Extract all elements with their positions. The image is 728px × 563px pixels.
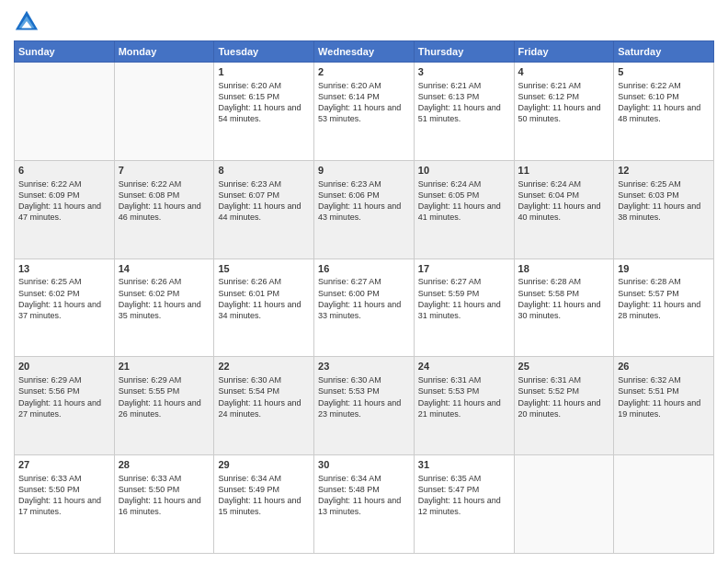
sunset-text: Sunset: 6:02 PM xyxy=(18,289,80,298)
sunset-text: Sunset: 5:52 PM xyxy=(518,386,580,396)
calendar-cell: 21Sunrise: 6:29 AMSunset: 5:55 PMDayligh… xyxy=(114,357,214,455)
calendar-cell: 9Sunrise: 6:23 AMSunset: 6:06 PMDaylight… xyxy=(314,160,415,259)
sunrise-text: Sunrise: 6:31 AM xyxy=(418,375,482,385)
sunset-text: Sunset: 6:10 PM xyxy=(618,92,679,101)
day-number: 6 xyxy=(18,164,110,178)
day-number: 5 xyxy=(618,65,710,79)
sunrise-text: Sunrise: 6:20 AM xyxy=(218,81,281,90)
sunset-text: Sunset: 5:53 PM xyxy=(318,386,380,396)
calendar-cell: 29Sunrise: 6:34 AMSunset: 5:49 PMDayligh… xyxy=(214,455,314,554)
calendar-cell: 6Sunrise: 6:22 AMSunset: 6:09 PMDaylight… xyxy=(15,160,115,259)
daylight-text: Daylight: 11 hours and 41 minutes. xyxy=(418,201,501,222)
day-number: 21 xyxy=(119,360,210,373)
sunrise-text: Sunrise: 6:33 AM xyxy=(119,474,182,483)
daylight-text: Daylight: 11 hours and 34 minutes. xyxy=(218,300,301,320)
sunset-text: Sunset: 5:57 PM xyxy=(618,289,679,298)
sunrise-text: Sunrise: 6:30 AM xyxy=(318,375,381,385)
daylight-text: Daylight: 11 hours and 46 minutes. xyxy=(119,201,201,222)
daylight-text: Daylight: 11 hours and 21 minutes. xyxy=(418,398,501,419)
daylight-text: Daylight: 11 hours and 15 minutes. xyxy=(218,496,301,516)
daylight-text: Daylight: 11 hours and 53 minutes. xyxy=(318,103,401,123)
sunrise-text: Sunrise: 6:27 AM xyxy=(318,277,381,286)
day-number: 9 xyxy=(318,164,410,178)
daylight-text: Daylight: 11 hours and 51 minutes. xyxy=(418,103,501,123)
daylight-text: Daylight: 11 hours and 37 minutes. xyxy=(18,300,101,320)
sunset-text: Sunset: 6:12 PM xyxy=(518,92,580,101)
logo xyxy=(14,9,43,35)
sunset-text: Sunset: 6:00 PM xyxy=(318,289,380,298)
sunset-text: Sunset: 5:56 PM xyxy=(18,386,80,396)
daylight-text: Daylight: 11 hours and 20 minutes. xyxy=(518,398,601,419)
calendar-cell xyxy=(514,455,614,554)
week-row-1: 6Sunrise: 6:22 AMSunset: 6:09 PMDaylight… xyxy=(15,160,714,259)
sunset-text: Sunset: 6:15 PM xyxy=(218,92,279,101)
sunset-text: Sunset: 6:01 PM xyxy=(218,289,279,298)
sunset-text: Sunset: 6:03 PM xyxy=(618,190,679,200)
day-number: 20 xyxy=(18,360,110,373)
day-number: 16 xyxy=(318,262,410,276)
calendar: SundayMondayTuesdayWednesdayThursdayFrid… xyxy=(14,40,714,554)
week-row-3: 20Sunrise: 6:29 AMSunset: 5:56 PMDayligh… xyxy=(15,357,714,455)
calendar-cell: 5Sunrise: 6:22 AMSunset: 6:10 PMDaylight… xyxy=(614,63,714,161)
sunrise-text: Sunrise: 6:34 AM xyxy=(218,474,281,483)
col-header-saturday: Saturday xyxy=(614,41,714,63)
calendar-cell: 31Sunrise: 6:35 AMSunset: 5:47 PMDayligh… xyxy=(414,455,514,554)
sunrise-text: Sunrise: 6:25 AM xyxy=(618,179,681,189)
calendar-cell: 24Sunrise: 6:31 AMSunset: 5:53 PMDayligh… xyxy=(414,357,514,455)
sunrise-text: Sunrise: 6:35 AM xyxy=(418,474,482,483)
day-number: 8 xyxy=(218,164,310,178)
day-number: 3 xyxy=(418,65,510,79)
col-header-thursday: Thursday xyxy=(414,41,514,63)
daylight-text: Daylight: 11 hours and 31 minutes. xyxy=(418,300,501,320)
day-number: 11 xyxy=(518,164,610,178)
day-number: 1 xyxy=(218,65,310,79)
calendar-cell: 15Sunrise: 6:26 AMSunset: 6:01 PMDayligh… xyxy=(214,259,314,357)
calendar-cell: 17Sunrise: 6:27 AMSunset: 5:59 PMDayligh… xyxy=(414,259,514,357)
day-number: 22 xyxy=(218,360,310,373)
daylight-text: Daylight: 11 hours and 47 minutes. xyxy=(18,201,101,222)
sunset-text: Sunset: 6:08 PM xyxy=(119,190,180,200)
daylight-text: Daylight: 11 hours and 27 minutes. xyxy=(18,398,101,419)
daylight-text: Daylight: 11 hours and 17 minutes. xyxy=(18,496,101,516)
sunset-text: Sunset: 6:04 PM xyxy=(518,190,580,200)
sunrise-text: Sunrise: 6:30 AM xyxy=(218,375,281,385)
sunrise-text: Sunrise: 6:32 AM xyxy=(618,375,681,385)
calendar-cell: 27Sunrise: 6:33 AMSunset: 5:50 PMDayligh… xyxy=(15,455,115,554)
day-number: 31 xyxy=(418,458,510,472)
calendar-cell: 18Sunrise: 6:28 AMSunset: 5:58 PMDayligh… xyxy=(514,259,614,357)
sunrise-text: Sunrise: 6:34 AM xyxy=(318,474,381,483)
sunset-text: Sunset: 6:13 PM xyxy=(418,92,480,101)
daylight-text: Daylight: 11 hours and 35 minutes. xyxy=(119,300,201,320)
sunrise-text: Sunrise: 6:20 AM xyxy=(318,81,381,90)
week-row-4: 27Sunrise: 6:33 AMSunset: 5:50 PMDayligh… xyxy=(15,455,714,554)
day-number: 19 xyxy=(618,262,710,276)
day-number: 25 xyxy=(518,360,610,373)
calendar-cell: 22Sunrise: 6:30 AMSunset: 5:54 PMDayligh… xyxy=(214,357,314,455)
sunrise-text: Sunrise: 6:33 AM xyxy=(18,474,82,483)
day-number: 17 xyxy=(418,262,510,276)
daylight-text: Daylight: 11 hours and 13 minutes. xyxy=(318,496,401,516)
sunset-text: Sunset: 5:49 PM xyxy=(218,485,279,494)
week-row-2: 13Sunrise: 6:25 AMSunset: 6:02 PMDayligh… xyxy=(15,259,714,357)
sunrise-text: Sunrise: 6:22 AM xyxy=(119,179,182,189)
sunset-text: Sunset: 6:09 PM xyxy=(18,190,80,200)
calendar-cell xyxy=(114,63,214,161)
sunset-text: Sunset: 5:55 PM xyxy=(119,386,180,396)
daylight-text: Daylight: 11 hours and 50 minutes. xyxy=(518,103,601,123)
sunset-text: Sunset: 5:59 PM xyxy=(418,289,480,298)
sunrise-text: Sunrise: 6:31 AM xyxy=(518,375,582,385)
day-number: 7 xyxy=(119,164,210,178)
daylight-text: Daylight: 11 hours and 23 minutes. xyxy=(318,398,401,419)
calendar-cell: 30Sunrise: 6:34 AMSunset: 5:48 PMDayligh… xyxy=(314,455,415,554)
sunrise-text: Sunrise: 6:26 AM xyxy=(119,277,182,286)
day-number: 4 xyxy=(518,65,610,79)
day-number: 12 xyxy=(618,164,710,178)
sunrise-text: Sunrise: 6:29 AM xyxy=(119,375,182,385)
calendar-cell: 12Sunrise: 6:25 AMSunset: 6:03 PMDayligh… xyxy=(614,160,714,259)
sunrise-text: Sunrise: 6:24 AM xyxy=(518,179,582,189)
calendar-cell xyxy=(15,63,115,161)
sunrise-text: Sunrise: 6:22 AM xyxy=(618,81,681,90)
daylight-text: Daylight: 11 hours and 43 minutes. xyxy=(318,201,401,222)
calendar-cell: 26Sunrise: 6:32 AMSunset: 5:51 PMDayligh… xyxy=(614,357,714,455)
col-header-friday: Friday xyxy=(514,41,614,63)
